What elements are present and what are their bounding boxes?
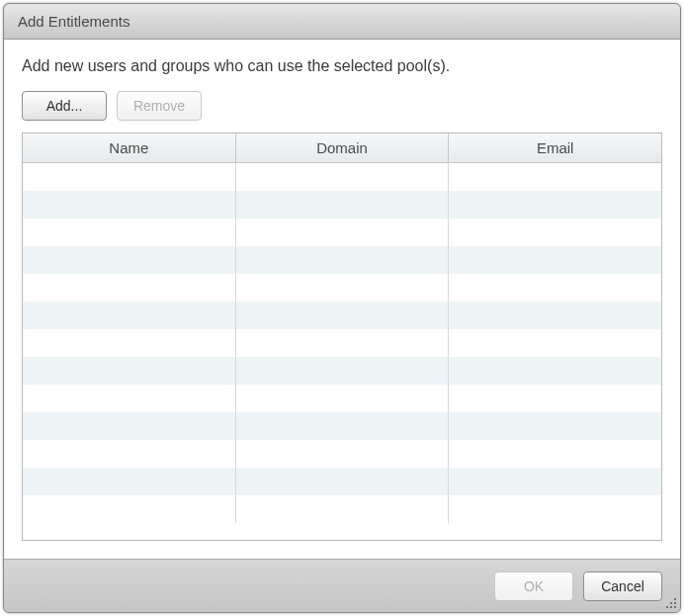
table-row[interactable]: [23, 274, 661, 302]
svg-rect-2: [670, 602, 672, 604]
cell-domain: [236, 357, 450, 385]
ok-button: OK: [494, 572, 573, 601]
table-header: Name Domain Email: [23, 133, 661, 163]
cell-domain: [236, 440, 450, 468]
dialog-footer: OK Cancel: [4, 559, 680, 612]
table-row[interactable]: [23, 191, 661, 219]
cell-domain: [236, 246, 450, 274]
remove-button: Remove: [117, 91, 202, 121]
cell-name: [23, 385, 236, 412]
cell-email: [449, 329, 661, 357]
svg-rect-0: [674, 598, 676, 600]
cell-name: [23, 357, 236, 385]
table-row[interactable]: [23, 440, 661, 468]
table-row[interactable]: [23, 329, 661, 357]
svg-rect-3: [674, 606, 676, 608]
cell-domain: [236, 468, 450, 495]
table-row[interactable]: [23, 468, 661, 495]
cell-email: [449, 357, 661, 385]
table-row[interactable]: [23, 246, 661, 274]
cell-email: [449, 302, 661, 329]
cell-name: [23, 163, 236, 191]
action-button-row: Add... Remove: [22, 91, 662, 121]
resize-grip-icon[interactable]: [664, 596, 678, 610]
cell-name: [23, 191, 236, 219]
cell-domain: [236, 274, 450, 302]
add-button[interactable]: Add...: [22, 91, 107, 121]
cell-email: [449, 191, 661, 219]
cell-domain: [236, 191, 450, 219]
cell-domain: [236, 385, 450, 412]
cell-email: [449, 440, 661, 468]
instruction-text: Add new users and groups who can use the…: [22, 57, 662, 75]
svg-rect-1: [674, 602, 676, 604]
cell-name: [23, 495, 236, 523]
dialog-title: Add Entitlements: [18, 13, 129, 30]
table-row[interactable]: [23, 412, 661, 440]
cell-email: [449, 385, 661, 412]
table-row[interactable]: [23, 495, 661, 523]
cell-email: [449, 412, 661, 440]
cell-email: [449, 246, 661, 274]
svg-rect-5: [666, 606, 668, 608]
table-row[interactable]: [23, 357, 661, 385]
cell-name: [23, 412, 236, 440]
cell-email: [449, 219, 661, 246]
cell-domain: [236, 495, 450, 523]
column-header-domain[interactable]: Domain: [236, 133, 450, 162]
add-entitlements-dialog: Add Entitlements Add new users and group…: [3, 3, 681, 613]
cell-name: [23, 246, 236, 274]
cell-domain: [236, 219, 450, 246]
dialog-titlebar[interactable]: Add Entitlements: [4, 4, 680, 40]
cell-name: [23, 219, 236, 246]
entitlements-table: Name Domain Email: [22, 132, 662, 541]
cell-domain: [236, 302, 450, 329]
dialog-content: Add new users and groups who can use the…: [4, 40, 680, 559]
table-row[interactable]: [23, 385, 661, 412]
cell-domain: [236, 412, 450, 440]
cell-name: [23, 329, 236, 357]
cell-name: [23, 274, 236, 302]
cell-email: [449, 163, 661, 191]
table-body[interactable]: [23, 163, 661, 540]
cell-domain: [236, 163, 450, 191]
column-header-name[interactable]: Name: [23, 133, 236, 162]
cell-email: [449, 274, 661, 302]
cell-name: [23, 468, 236, 495]
cell-domain: [236, 329, 450, 357]
column-header-email[interactable]: Email: [449, 133, 661, 162]
cancel-button[interactable]: Cancel: [583, 572, 662, 601]
cell-name: [23, 302, 236, 329]
cell-name: [23, 440, 236, 468]
table-row[interactable]: [23, 163, 661, 191]
cell-email: [449, 468, 661, 495]
table-row[interactable]: [23, 302, 661, 329]
table-row[interactable]: [23, 219, 661, 246]
svg-rect-4: [670, 606, 672, 608]
cell-email: [449, 495, 661, 523]
